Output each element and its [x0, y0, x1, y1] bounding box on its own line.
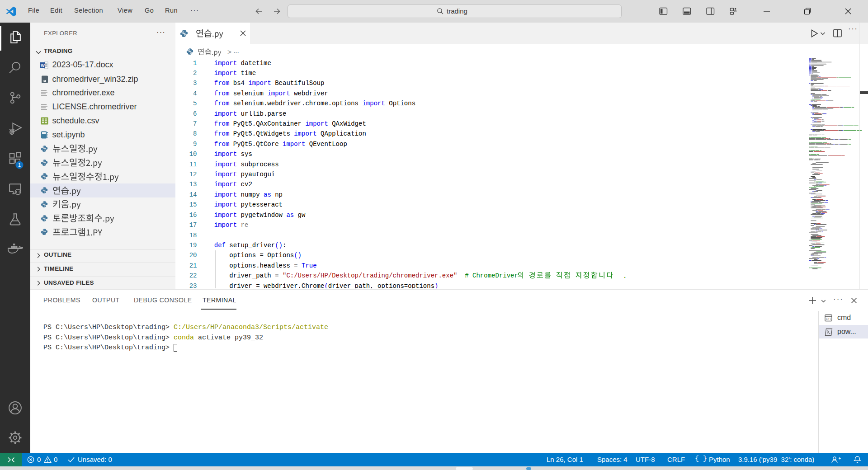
svg-text:C:\: C:\ [826, 317, 831, 320]
svg-text:1: 1 [18, 162, 21, 168]
svg-text:W: W [41, 63, 45, 68]
